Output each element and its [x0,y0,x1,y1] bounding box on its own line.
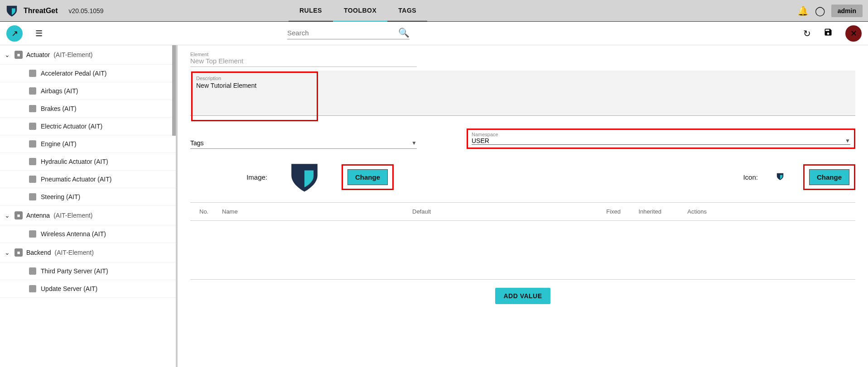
change-image-button[interactable]: Change [347,169,388,185]
tree-item-label: Electric Actuator (AIT) [41,123,102,130]
col-actions: Actions [670,208,707,215]
chevron-down-icon: ⌄ [5,51,11,58]
refresh-icon[interactable]: ↻ [803,28,811,39]
tree-item[interactable]: Electric Actuator (AIT) [0,118,176,135]
tree-item[interactable]: Update Server (AIT) [0,280,176,298]
element-icon [29,123,36,130]
col-fixed: Fixed [593,208,621,215]
sidebar-tree[interactable]: ⌄ ■ Actuator (AIT-Element) Accelerator P… [0,45,178,367]
change-icon-highlight: Change [803,164,855,190]
tree-group-meta: (AIT-Element) [53,51,92,58]
nav-tab-rules[interactable]: RULES [289,0,333,22]
tree-item[interactable]: Steering (AIT) [0,188,176,206]
element-icon [29,87,36,95]
tree-item[interactable]: Airbags (AIT) [0,82,176,100]
scrollbar-thumb[interactable] [172,45,176,136]
namespace-dropdown[interactable]: USER ▼ [472,137,850,145]
tree-group-antenna[interactable]: ⌄ ■ Antenna (AIT-Element) [0,206,176,225]
chevron-down-icon: ⌄ [5,212,11,219]
tree-group-label: Antenna [26,212,50,219]
element-value: New Top Element [190,57,417,65]
open-external-icon: ↗ [11,29,18,38]
col-name: Name [222,208,412,215]
description-value[interactable]: New Tutorial Element [196,82,313,89]
status-circle-icon[interactable]: ◯ [815,5,825,16]
tree-item[interactable]: Hydraulic Actuator (AIT) [0,153,176,171]
description-highlight: Description New Tutorial Element [191,71,318,121]
tree-group-label: Backend [26,249,51,256]
icon-preview [776,172,785,181]
element-icon [29,230,36,238]
tree-group-actuator[interactable]: ⌄ ■ Actuator (AIT-Element) [0,45,176,65]
tree-item[interactable]: Pneumatic Actuator (AIT) [0,171,176,188]
search-field[interactable]: 🔍 [287,27,410,39]
tree-group-label: Actuator [26,51,50,58]
close-button[interactable]: ✕ [845,25,862,42]
tree-item-label: Steering (AIT) [41,193,80,200]
tree-item[interactable]: Accelerator Pedal (AIT) [0,65,176,82]
element-label: Element [190,52,417,57]
nav-tab-tags[interactable]: TAGS [387,0,427,22]
tags-dropdown[interactable]: Tags ▼ [190,139,417,149]
save-icon[interactable] [824,28,833,39]
tree-group-meta: (AIT-Element) [53,212,92,219]
element-icon [29,176,36,183]
tree-item-label: Wireless Antenna (AIT) [41,230,106,238]
change-icon-button[interactable]: Change [809,169,849,185]
add-value-button[interactable]: ADD VALUE [495,288,550,304]
properties-table-header: No. Name Default Fixed Inherited Actions [190,203,855,221]
tree-item-label: Hydraulic Actuator (AIT) [41,158,108,165]
chevron-down-icon: ⌄ [5,249,11,256]
notifications-icon[interactable]: 🔔 [797,5,809,16]
open-external-button[interactable]: ↗ [6,25,23,42]
nav-tab-toolbox[interactable]: TOOLBOX [333,0,387,22]
app-logo-icon [5,5,18,17]
col-inherited: Inherited [625,208,661,215]
element-icon [29,193,36,200]
tree-item-label: Accelerator Pedal (AIT) [41,70,107,77]
namespace-value: USER [472,137,489,144]
tree-item-label: Update Server (AIT) [41,285,97,292]
search-icon[interactable]: 🔍 [398,27,410,38]
element-icon [29,158,36,165]
description-label: Description [196,76,313,81]
tree-item-label: Pneumatic Actuator (AIT) [41,176,111,183]
tree-item-label: Airbags (AIT) [41,87,78,95]
close-icon: ✕ [850,29,857,38]
tree-item-label: Third Party Server (AIT) [41,267,108,275]
user-menu[interactable]: admin [831,5,863,17]
tree-item[interactable]: Wireless Antenna (AIT) [0,225,176,243]
change-image-highlight: Change [342,164,394,190]
element-icon [29,105,36,112]
toolbar: ↗ ☰ 🔍 ↻ ✕ [0,22,868,45]
app-version: v20.05.1059 [69,7,104,14]
main-panel: Element New Top Element Description New … [178,45,868,367]
group-icon: ■ [14,248,23,257]
main-nav: RULES TOOLBOX TAGS [289,0,427,22]
image-label: Image: [190,173,267,181]
tags-label: Tags [190,139,204,147]
tree-item-label: Brakes (AIT) [41,105,77,112]
element-name-field[interactable]: Element New Top Element [190,51,417,67]
image-preview [285,161,323,193]
tree-item[interactable]: Brakes (AIT) [0,100,176,118]
namespace-label: Namespace [472,132,850,137]
element-icon [29,70,36,77]
tree-item[interactable]: Third Party Server (AIT) [0,262,176,280]
search-input[interactable] [287,29,395,37]
element-icon [29,285,36,292]
tree-group-backend[interactable]: ⌄ ■ Backend (AIT-Element) [0,243,176,262]
description-section: Description New Tutorial Element [190,71,855,116]
group-icon: ■ [14,211,23,219]
chevron-down-icon: ▼ [411,140,417,146]
app-name: ThreatGet [24,7,58,15]
tree-item[interactable]: Engine (AIT) [0,135,176,153]
tree-group-meta: (AIT-Element) [54,249,93,256]
tree-item-label: Engine (AIT) [41,140,77,148]
properties-table-body [190,221,855,280]
icon-label: Icon: [743,173,758,181]
namespace-highlight: Namespace USER ▼ [467,129,855,149]
chevron-down-icon: ▼ [845,138,850,144]
list-view-icon[interactable]: ☰ [35,29,43,38]
col-no: No. [199,208,222,215]
